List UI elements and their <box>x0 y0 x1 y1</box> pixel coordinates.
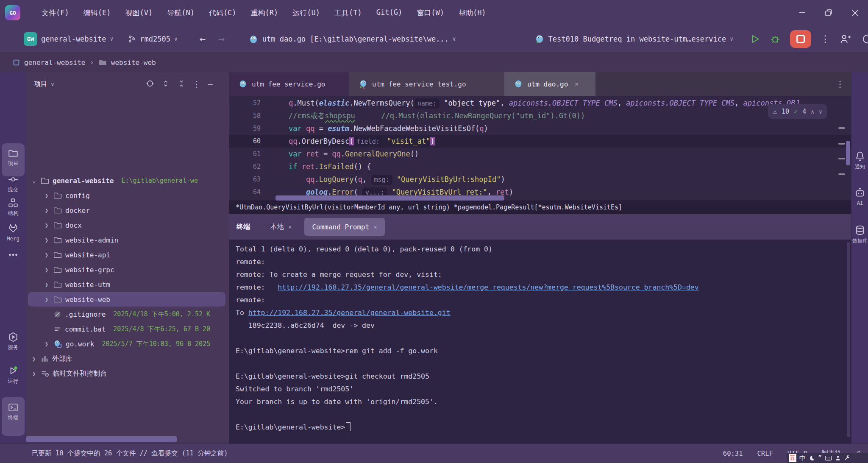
wubi-icon[interactable]: 五 <box>789 454 796 462</box>
terminal-link[interactable]: http://192.168.27.35/general/general-web… <box>278 283 698 291</box>
tree-item-[interactable]: ❯临时文件和控制台 <box>26 366 107 381</box>
project-panel-title-wrap[interactable]: 项目 ∨ <box>34 80 54 89</box>
menu-refactor[interactable]: 重构(R) <box>245 6 284 20</box>
expand-all-icon[interactable] <box>161 79 170 88</box>
menu-window[interactable]: 窗口(W) <box>411 6 450 20</box>
menu-run[interactable]: 运行(U) <box>287 6 326 20</box>
terminal-tab-本地[interactable]: 本地✕ <box>270 223 292 232</box>
editor-tab-utm_dao.go[interactable]: utm_dao.go✕ <box>504 72 595 96</box>
code-line-58[interactable]: 58 //cms或者shopspu //q.Must(elastic.NewRa… <box>229 109 851 122</box>
tree-item-website-utm[interactable]: ❯website-utm <box>26 277 110 292</box>
sidebar-item-structure[interactable]: 结构 <box>0 198 26 217</box>
branch-widget[interactable]: rmd2505 ∨ <box>128 35 177 43</box>
project-widget[interactable]: GW general-website ∨ <box>24 32 113 46</box>
hide-panel-icon[interactable]: — <box>208 79 213 89</box>
forward-button[interactable]: → <box>218 33 224 45</box>
code-line-63[interactable]: 63 qq.LogQuery(q, msg: "QueryVisitByUrl:… <box>229 173 851 186</box>
caret-position[interactable]: 60:31 <box>723 450 743 457</box>
sidebar-item-commit[interactable]: 提交 <box>0 174 26 193</box>
tree-item-.gitignore[interactable]: .gitignore2025/4/18 下午5:00, 2.52 K <box>26 307 210 321</box>
right-sidebar-item-database[interactable]: 数据库 <box>851 225 868 245</box>
code-line-61[interactable]: 61 var ret = qq.GeneralQueryOne() <box>229 148 851 160</box>
sidebar-item-more[interactable] <box>0 249 26 260</box>
sidebar-item-run[interactable]: 运行 <box>0 365 26 385</box>
close-tab-icon[interactable]: ✕ <box>288 223 292 230</box>
sidebar-item-project[interactable]: 项目 <box>0 148 26 167</box>
keyboard-icon[interactable] <box>825 455 832 461</box>
search-everywhere-icon[interactable] <box>860 33 868 45</box>
editor-vertical-scrollbar[interactable] <box>846 141 850 165</box>
run-config-selector[interactable]: Test010_Budgetreq in website-utm…eservic… <box>534 34 733 44</box>
code-editor[interactable]: 57 q.Must(elastic.NewTermsQuery(name: "o… <box>229 96 851 201</box>
sidebar-item-services[interactable]: 服务 <box>0 332 26 351</box>
menu-code[interactable]: 代码(C) <box>203 6 242 20</box>
restore-button[interactable] <box>815 0 842 25</box>
sidebar-item-terminal[interactable]: 终端 <box>0 402 26 421</box>
terminal-link[interactable]: http://192.168.27.35/general/general-web… <box>248 309 451 317</box>
tree-item-[interactable]: ❯外部库 <box>26 351 72 366</box>
git-update-status[interactable]: 已更新 10 个提交中的 26 个文件 // 查看提交 (11 分钟之前) <box>32 449 228 458</box>
line-ending[interactable]: CRLF <box>757 450 773 457</box>
back-button[interactable]: ← <box>200 33 206 45</box>
tree-item-commit.bat[interactable]: commit.bat2025/4/8 下午6:25, 67 B 20 <box>26 322 210 336</box>
tree-item-website-web[interactable]: ❯website-web <box>28 292 225 307</box>
stop-button[interactable] <box>790 30 811 48</box>
add-user-button[interactable] <box>839 33 851 45</box>
run-button[interactable] <box>749 33 760 45</box>
breadcrumb-project[interactable]: general-website <box>24 59 86 67</box>
tree-item-config[interactable]: ❯config <box>26 188 90 203</box>
minimize-button[interactable] <box>789 0 815 25</box>
menu-tools[interactable]: 工具(T) <box>328 6 368 20</box>
breadcrumb-folder[interactable]: website-web <box>111 59 156 67</box>
right-sidebar-item-ai[interactable]: AI <box>851 187 868 206</box>
terminal-output[interactable]: Total 1 (delta 0), reused 0 (delta 0), p… <box>229 240 851 443</box>
menu-help[interactable]: 帮助(H) <box>453 6 492 20</box>
project-horizontal-scrollbar[interactable] <box>26 436 177 442</box>
menu-navigate[interactable]: 导航(N) <box>161 6 200 20</box>
code-line-62[interactable]: 62 if ret.IsFailed() { <box>229 160 851 173</box>
tab-label: utm_fee_service_test.go <box>372 80 466 88</box>
editor-tab-utm_fee_service.go[interactable]: utm_fee_service.go <box>229 72 349 96</box>
menu-git[interactable]: Git(G) <box>370 6 408 20</box>
tree-item-docker[interactable]: ❯docker <box>26 203 90 218</box>
menu-view[interactable]: 视图(V) <box>119 6 159 20</box>
tree-item-website-api[interactable]: ❯website-api <box>26 248 110 262</box>
tree-item-go.work[interactable]: ❯go.work2025/5/7 下午10:03, 96 B 2025 <box>26 337 210 351</box>
next-issue-icon[interactable]: ∨ <box>819 109 822 115</box>
punctuation-icon[interactable]: ” <box>818 454 822 462</box>
tree-item-general-website[interactable]: ⌄general-websiteE:\gitlab\general-we <box>26 173 198 188</box>
signature-text: *UtmDao.QueryVisitByUrl(visitorMemberId … <box>236 204 622 211</box>
debug-button[interactable] <box>770 33 781 45</box>
more-actions-button[interactable]: ⋮ <box>821 33 830 44</box>
menu-file[interactable]: 文件(F) <box>36 6 75 20</box>
wrench-icon[interactable] <box>844 455 850 461</box>
collapse-all-icon[interactable] <box>177 79 186 88</box>
person-icon[interactable] <box>835 455 841 461</box>
moon-icon[interactable] <box>809 455 815 461</box>
sidebar-item-merge[interactable]: Merg <box>0 223 26 242</box>
code-line-59[interactable]: 59 var qq = esutm.NewWebFacadeWebsiteVis… <box>229 122 851 135</box>
locate-file-icon[interactable] <box>146 79 154 88</box>
panel-options-icon[interactable]: ⋮ <box>193 79 201 89</box>
terminal-tab-command-prompt[interactable]: Command Prompt✕ <box>304 218 384 236</box>
close-button[interactable] <box>842 0 868 25</box>
close-tab-icon[interactable]: ✕ <box>373 223 377 230</box>
editor-tab-utm_fee_service_test.go[interactable]: utm_fee_service_test.go <box>349 72 504 96</box>
terminal-vertical-scrollbar[interactable] <box>847 242 850 437</box>
terminal-title[interactable]: 终端 <box>236 223 250 232</box>
file-switcher[interactable]: utm_dao.go [E:\gitlab\general-website\we… <box>248 34 456 44</box>
code-line-60[interactable]: 60 qq.OrderByDesc(field: "visit_at") <box>229 135 851 148</box>
menu-edit[interactable]: 编辑(E) <box>78 6 117 20</box>
bell-icon <box>854 151 865 162</box>
tree-item-website-grpc[interactable]: ❯website-grpc <box>26 262 114 277</box>
tree-item-website-admin[interactable]: ❯website-admin <box>26 233 118 247</box>
code-line-57[interactable]: 57 q.Must(elastic.NewTermsQuery(name: "o… <box>229 97 851 109</box>
right-sidebar-item-notifications[interactable]: 通知 <box>851 151 868 170</box>
tree-item-docx[interactable]: ❯docx <box>26 218 82 232</box>
editor-horizontal-scrollbar[interactable] <box>275 195 504 201</box>
chinese-mode-icon[interactable]: 中 <box>799 454 806 462</box>
tab-options-icon[interactable]: ⋮ <box>836 79 844 89</box>
inspection-widget[interactable]: ⚠ 10 ✓ 4 ∧ ∨ <box>768 104 827 119</box>
prev-issue-icon[interactable]: ∧ <box>811 109 814 115</box>
close-tab-icon[interactable]: ✕ <box>575 80 579 88</box>
